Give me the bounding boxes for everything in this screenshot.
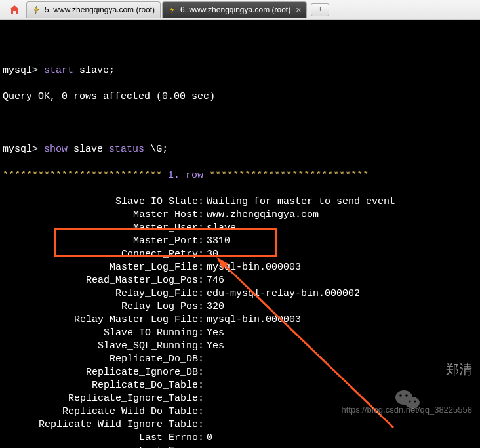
tab-label: 5. www.zhengqingya.com (root) bbox=[45, 5, 155, 14]
status-row: Master_Log_File:mysql-bin.000003 bbox=[3, 261, 477, 274]
status-key: Relay_Log_Pos bbox=[3, 300, 198, 314]
status-key: Replicate_Do_DB bbox=[3, 353, 198, 366]
status-key: Last_Error bbox=[3, 445, 198, 448]
terminal[interactable]: mysql> start slave; Query OK, 0 rows aff… bbox=[0, 20, 480, 448]
status-row: Relay_Master_Log_File:mysql-bin.000003 bbox=[3, 314, 477, 327]
status-value: mysql-bin.000003 bbox=[207, 314, 301, 327]
status-key: Master_Port bbox=[3, 235, 198, 248]
status-key: Master_User bbox=[3, 222, 198, 235]
status-key: Last_Errno bbox=[3, 432, 198, 445]
status-value: slave bbox=[207, 222, 236, 235]
tab-5[interactable]: 5. www.zhengqingya.com (root) bbox=[26, 1, 161, 18]
lightning-icon bbox=[168, 5, 177, 14]
tab-bar: 5. www.zhengqingya.com (root) 6. www.zhe… bbox=[0, 0, 480, 20]
home-button[interactable] bbox=[7, 2, 22, 18]
status-row: Last_Error: bbox=[3, 445, 477, 448]
status-key: Replicate_Wild_Do_Table bbox=[3, 405, 198, 418]
terminal-line bbox=[3, 117, 477, 130]
terminal-line: *************************** 1. row *****… bbox=[3, 169, 477, 182]
status-value: edu-mysql-relay-bin.000002 bbox=[207, 287, 360, 300]
status-value: mysql-bin.000003 bbox=[207, 261, 301, 274]
status-row: Master_Host:www.zhengqingya.com bbox=[3, 209, 477, 222]
status-key: Slave_IO_Running bbox=[3, 327, 198, 340]
status-key: Relay_Log_File bbox=[3, 287, 198, 300]
status-value: 0 bbox=[207, 432, 212, 445]
status-key: Replicate_Wild_Ignore_Table bbox=[3, 418, 198, 432]
lightning-icon bbox=[32, 5, 41, 14]
status-key: Connect_Retry bbox=[3, 248, 198, 261]
status-value: Waiting for master to send event bbox=[207, 195, 395, 209]
status-value: 320 bbox=[207, 300, 224, 314]
plus-icon: + bbox=[317, 5, 323, 14]
status-key: Slave_IO_State bbox=[3, 195, 198, 209]
status-row: Master_Port:3310 bbox=[3, 235, 477, 248]
home-icon bbox=[9, 5, 20, 15]
tab-6[interactable]: 6. www.zhengqingya.com (root) × bbox=[162, 1, 307, 18]
status-value: 30 bbox=[207, 248, 218, 261]
status-row: Slave_IO_State:Waiting for master to sen… bbox=[3, 195, 477, 209]
status-row: Read_Master_Log_Pos:746 bbox=[3, 274, 477, 287]
watermark-url: https://blog.csdn.net/qq_38225558 bbox=[342, 403, 473, 417]
watermark: 郑清 https://blog.csdn.net/qq_38225558 bbox=[342, 336, 473, 443]
status-key: Replicate_Ignore_Table bbox=[3, 392, 198, 405]
status-row: Relay_Log_File:edu-mysql-relay-bin.00000… bbox=[3, 287, 477, 300]
terminal-line: Query OK, 0 rows affected (0.00 sec) bbox=[3, 91, 477, 104]
tab-label: 6. www.zhengqingya.com (root) bbox=[180, 5, 290, 14]
status-row: Connect_Retry:30 bbox=[3, 248, 477, 261]
status-key: Replicate_Ignore_DB bbox=[3, 366, 198, 379]
status-value: Yes bbox=[207, 327, 224, 340]
status-row: Master_User:slave bbox=[3, 222, 477, 235]
terminal-line: mysql> start slave; bbox=[3, 64, 477, 77]
new-tab-button[interactable]: + bbox=[311, 3, 329, 16]
terminal-line: mysql> show slave status \G; bbox=[3, 143, 477, 156]
status-key: Read_Master_Log_Pos bbox=[3, 274, 198, 287]
status-key: Master_Host bbox=[3, 209, 198, 222]
status-value: www.zhengqingya.com bbox=[207, 209, 319, 222]
status-row: Relay_Log_Pos:320 bbox=[3, 300, 477, 314]
close-icon[interactable]: × bbox=[296, 5, 301, 15]
status-value: Yes bbox=[207, 340, 224, 353]
status-value: 746 bbox=[207, 274, 224, 287]
status-key: Relay_Master_Log_File bbox=[3, 314, 198, 327]
watermark-name: 郑清 bbox=[342, 363, 473, 376]
terminal-line bbox=[3, 38, 477, 51]
status-key: Replicate_Do_Table bbox=[3, 379, 198, 392]
status-key: Master_Log_File bbox=[3, 261, 198, 274]
status-value: 3310 bbox=[207, 235, 230, 248]
status-key: Slave_SQL_Running bbox=[3, 340, 198, 353]
